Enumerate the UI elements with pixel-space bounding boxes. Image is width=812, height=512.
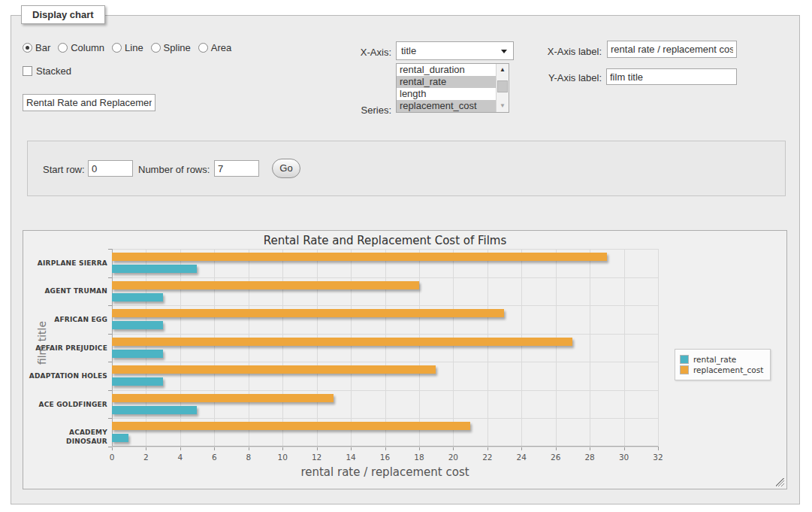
- series-listbox-label: Series:: [327, 105, 391, 116]
- x-tick-label: 4: [178, 453, 183, 462]
- radio-spline[interactable]: Spline: [151, 42, 191, 53]
- gridline-x: [453, 249, 454, 447]
- x-tick-label: 26: [551, 453, 560, 462]
- gridline-x: [282, 249, 283, 447]
- radio-bar[interactable]: Bar: [23, 42, 50, 53]
- chart-legend: rental_ratereplacement_cost: [675, 349, 771, 380]
- chart-title: Rental Rate and Replacement Cost of Film…: [112, 234, 658, 247]
- bar-replacement_cost[interactable]: [112, 309, 504, 317]
- radio-area[interactable]: Area: [198, 42, 231, 53]
- gridline-x: [624, 249, 625, 447]
- x-tick-label: 6: [212, 453, 217, 462]
- y-axis-label-input[interactable]: [606, 68, 737, 85]
- listbox-scrollbar[interactable]: ▲ ▼: [496, 64, 509, 112]
- radio-column[interactable]: Column: [58, 42, 104, 53]
- x-tick-label: 22: [482, 453, 492, 462]
- y-axis-line: [112, 249, 113, 447]
- bar-replacement_cost[interactable]: [112, 422, 470, 430]
- x-axis-label-field-label: X-Axis label:: [527, 46, 602, 57]
- gridline-x: [180, 249, 181, 447]
- scroll-up-arrow-icon[interactable]: ▲: [497, 64, 509, 76]
- series-option-replacement-cost[interactable]: replacement_cost: [397, 100, 497, 112]
- x-tick-label: 20: [448, 453, 458, 462]
- go-button[interactable]: Go: [272, 159, 300, 178]
- radio-spline-label: Spline: [164, 42, 191, 53]
- gridline-x: [556, 249, 557, 447]
- gridline-x: [249, 249, 249, 447]
- gridline-x: [317, 249, 318, 447]
- stacked-checkbox-box-icon[interactable]: [23, 66, 32, 76]
- x-tick-label: 0: [110, 453, 115, 462]
- radio-area-label: Area: [211, 42, 231, 53]
- y-category-label: AIRPLANE SIERRA: [28, 259, 107, 268]
- gridline-y: [112, 277, 658, 278]
- bar-replacement_cost[interactable]: [112, 394, 334, 402]
- radio-line-circle-icon[interactable]: [112, 43, 122, 53]
- legend-item[interactable]: replacement_cost: [680, 365, 763, 374]
- radio-line[interactable]: Line: [112, 42, 143, 53]
- gridline-x: [214, 249, 215, 447]
- stacked-checkbox[interactable]: Stacked: [23, 65, 71, 77]
- x-tick-label: 30: [619, 453, 629, 462]
- radio-line-label: Line: [125, 42, 143, 53]
- start-row-label: Start row:: [43, 164, 85, 175]
- bar-rental_rate[interactable]: [112, 350, 163, 358]
- x-axis-select[interactable]: title: [396, 41, 514, 60]
- bar-replacement_cost[interactable]: [112, 338, 572, 346]
- x-tick-label: 8: [246, 453, 251, 462]
- bar-rental_rate[interactable]: [112, 434, 128, 442]
- bar-rental_rate[interactable]: [112, 265, 197, 273]
- bar-rental_rate[interactable]: [112, 406, 197, 414]
- gridline-x: [488, 249, 488, 447]
- y-axis-label-field-label: Y-Axis label:: [527, 72, 602, 83]
- gridline-y: [112, 305, 658, 306]
- gridline-y: [112, 418, 658, 419]
- y-category-label: ACADEMY DINOSAUR: [28, 428, 107, 446]
- radio-spline-circle-icon[interactable]: [151, 43, 161, 53]
- page: Display chart Bar Column Line Spline Are…: [0, 0, 812, 512]
- bar-replacement_cost[interactable]: [112, 281, 419, 289]
- x-axis-label-input[interactable]: [607, 41, 737, 58]
- series-option-rental-rate[interactable]: rental_rate: [397, 76, 497, 88]
- bar-rental_rate[interactable]: [112, 293, 163, 301]
- chart-title-input[interactable]: [23, 94, 155, 111]
- number-of-rows-input[interactable]: [214, 160, 259, 177]
- x-tick-label: 18: [414, 453, 424, 462]
- legend-swatch-icon: [680, 365, 689, 374]
- radio-area-circle-icon[interactable]: [198, 43, 208, 53]
- start-row-input[interactable]: [88, 160, 133, 177]
- x-tick-label: 2: [143, 453, 149, 462]
- x-tick-label: 24: [517, 453, 527, 462]
- x-tick-mark-icon: [658, 447, 659, 450]
- series-option-length[interactable]: length: [397, 88, 497, 100]
- chart-type-radio-group: Bar Column Line Spline Area: [23, 42, 239, 53]
- legend-item[interactable]: rental_rate: [680, 355, 763, 364]
- radio-bar-label: Bar: [35, 42, 50, 53]
- bar-replacement_cost[interactable]: [112, 365, 436, 374]
- x-tick-label: 14: [346, 453, 355, 462]
- gridline-y: [112, 362, 658, 362]
- series-listbox[interactable]: rental_duration rental_rate length repla…: [396, 63, 509, 113]
- fieldset-legend: Display chart: [21, 5, 105, 24]
- scroll-down-arrow-icon[interactable]: ▼: [497, 100, 509, 112]
- radio-column-circle-icon[interactable]: [58, 43, 68, 53]
- legend-swatch-icon: [680, 355, 689, 364]
- scrollbar-thumb[interactable]: [497, 80, 508, 92]
- x-axis-select-label: X-Axis:: [327, 47, 391, 58]
- gridline-y: [112, 390, 658, 391]
- bar-rental_rate[interactable]: [112, 321, 163, 329]
- series-option-rental-duration[interactable]: rental_duration: [397, 64, 497, 76]
- bar-rental_rate[interactable]: [112, 377, 163, 386]
- chart-y-axis-title: film title: [36, 268, 50, 418]
- gridline-x: [146, 249, 146, 447]
- bar-replacement_cost[interactable]: [112, 253, 607, 261]
- chart-container: Rental Rate and Replacement Cost of Film…: [23, 230, 787, 489]
- legend-label: rental_rate: [693, 355, 736, 364]
- gridline-y: [112, 447, 658, 447]
- x-tick-label: 12: [312, 453, 321, 462]
- y-tick-mark-icon: [108, 447, 112, 447]
- gridline-x: [419, 249, 420, 447]
- fieldset-legend-text: Display chart: [32, 9, 94, 20]
- resize-handle-icon[interactable]: [776, 478, 784, 486]
- radio-bar-circle-icon[interactable]: [23, 43, 32, 53]
